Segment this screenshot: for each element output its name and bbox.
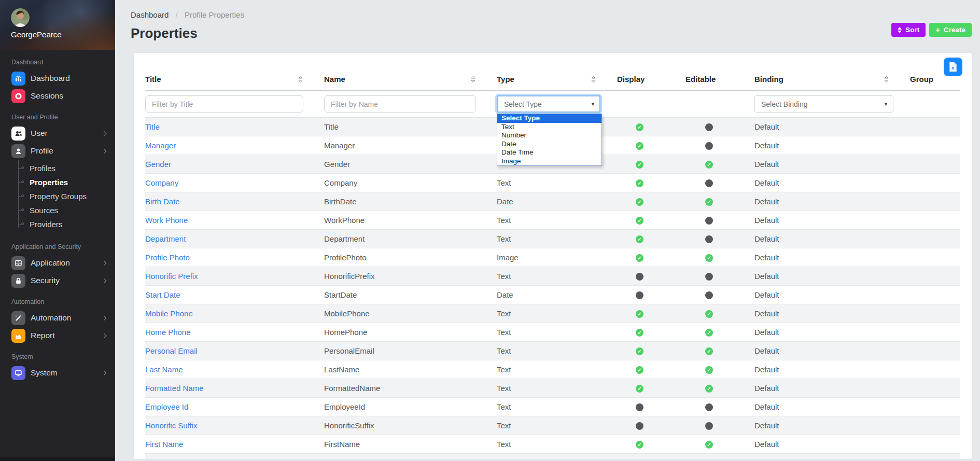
sort-carets-icon[interactable] [884, 75, 889, 83]
type-select[interactable]: Select Type ▼ [497, 95, 600, 113]
sort-carets-icon[interactable] [298, 75, 303, 83]
property-title-link[interactable]: Formatted Name [145, 384, 204, 393]
chevron-right-icon [102, 260, 107, 266]
sidebar-item-user[interactable]: User [0, 124, 115, 142]
property-name: StartDate [324, 286, 497, 304]
sort-button[interactable]: Sort [891, 23, 926, 37]
property-binding: Default [754, 360, 910, 379]
display-status-icon: ✓ [636, 329, 643, 337]
sidebar-bottom-strip [0, 457, 115, 461]
sidebar-item-dashboard[interactable]: Dashboard [0, 69, 115, 87]
type-select-value: Select Type [504, 100, 542, 108]
property-type: Text [497, 174, 617, 192]
property-binding: Default [754, 136, 910, 155]
property-title-link[interactable]: Personal Email [145, 346, 198, 355]
column-header-name[interactable]: Name [324, 53, 497, 91]
property-name: Company [324, 174, 497, 192]
property-name: MobilePhone [324, 304, 497, 323]
export-excel-button[interactable]: x [944, 58, 962, 76]
property-title-link[interactable]: Work Phone [145, 216, 188, 225]
sidebar-subitem-profiles[interactable]: Profiles [0, 161, 115, 175]
property-title-link[interactable]: Last Name [145, 365, 183, 374]
type-option-number[interactable]: Number [497, 131, 601, 140]
breadcrumb-separator: / [176, 10, 178, 19]
type-option-select-type[interactable]: Select Type [497, 114, 601, 123]
editable-status-icon [705, 403, 713, 411]
property-name: Manager [324, 136, 497, 155]
breadcrumb-dashboard[interactable]: Dashboard [131, 10, 169, 19]
column-header-display: Display [617, 53, 685, 91]
avatar[interactable] [11, 8, 30, 27]
type-option-image[interactable]: Image [497, 157, 601, 166]
sidebar-nav: Dashboard Dashboard Sessions User and Pr… [0, 59, 115, 382]
sort-carets-icon[interactable] [470, 75, 476, 83]
dashboard-icon [11, 72, 25, 86]
table-row: DepartmentDepartmentText✓Default [145, 230, 960, 248]
property-type: Image [497, 248, 617, 267]
select-caret-icon: ▼ [591, 102, 595, 107]
select-caret-icon: ▼ [884, 102, 888, 107]
property-title-link[interactable]: First Name [145, 440, 183, 449]
sidebar-item-profile[interactable]: Profile [0, 142, 115, 160]
type-option-date[interactable]: Date [497, 140, 601, 149]
sidebar-subitem-sources[interactable]: Sources [0, 203, 115, 217]
property-title-link[interactable]: Manager [145, 141, 176, 150]
table-row: Home PhoneHomePhoneText✓✓Default [145, 323, 960, 342]
property-title-link[interactable]: Company [145, 178, 178, 187]
property-title-link[interactable]: Mobile Phone [145, 309, 193, 318]
property-name: BirthDate [324, 192, 497, 211]
property-title-link[interactable]: Birth Date [145, 197, 180, 206]
type-option-date-time[interactable]: Date Time [497, 148, 601, 157]
sidebar-subitem-property-groups[interactable]: Property Groups [0, 189, 115, 203]
binding-select[interactable]: Select Binding ▼ [754, 95, 893, 113]
sidebar-subitem-properties[interactable]: Properties [0, 175, 115, 189]
sidebar-item-application[interactable]: Application [0, 254, 115, 272]
property-type: Text [497, 323, 617, 342]
sidebar-item-sessions[interactable]: Sessions [0, 87, 115, 105]
property-title-link[interactable]: Honorific Prefix [145, 272, 198, 281]
column-header-binding[interactable]: Binding [754, 53, 910, 91]
property-title-link[interactable]: Employee Id [145, 402, 188, 411]
sidebar-item-system[interactable]: System [0, 364, 115, 382]
chevron-right-icon [102, 333, 107, 338]
sort-carets-icon[interactable] [591, 75, 596, 83]
type-option-text[interactable]: Text [497, 123, 601, 132]
property-title-link[interactable]: Honorific Suffix [145, 421, 198, 430]
property-title-link[interactable]: Home Phone [145, 328, 191, 337]
property-name: WorkPhone [324, 211, 497, 230]
sidebar: GeorgePearce Dashboard Dashboard Session… [0, 0, 115, 461]
sidebar-item-security[interactable]: Security [0, 272, 115, 289]
property-title-link[interactable]: Department [145, 234, 186, 243]
subitem-label: Profiles [30, 164, 55, 173]
create-button[interactable]: + Create [929, 23, 972, 37]
property-name: FormattedName [324, 379, 497, 398]
property-group [910, 192, 960, 211]
subitem-label: Properties [30, 178, 68, 187]
property-name: HonorificSuffix [324, 416, 497, 435]
column-header-type[interactable]: Type [497, 53, 617, 91]
subitem-label: Sources [30, 206, 58, 215]
filter-name-input[interactable] [324, 95, 476, 113]
column-header-title[interactable]: Title [145, 53, 324, 91]
properties-table-panel: x Title Name Type Display Editable Bindi… [134, 53, 972, 459]
sidebar-item-automation[interactable]: Automation [0, 309, 115, 327]
property-name: HomePhone [324, 323, 497, 342]
sidebar-item-report[interactable]: Report [0, 327, 115, 344]
display-status-icon: ✓ [636, 217, 643, 225]
subitem-label: Providers [30, 220, 62, 229]
property-title-link[interactable]: Title [145, 122, 160, 131]
display-status-icon: ✓ [636, 142, 643, 150]
sidebar-subitem-providers[interactable]: Providers [0, 217, 115, 231]
tree-node-icon [21, 208, 24, 211]
users-icon [11, 127, 25, 141]
editable-status-icon: ✓ [705, 254, 713, 262]
filter-row: Select Type ▼ Select Type Text Number Da… [145, 91, 960, 118]
property-group [910, 230, 960, 248]
filter-title-input[interactable] [145, 95, 303, 113]
property-group [910, 360, 960, 379]
editable-status-icon: ✓ [705, 310, 713, 318]
property-title-link[interactable]: Profile Photo [145, 253, 190, 262]
properties-table: Title Name Type Display Editable Binding… [145, 53, 960, 459]
property-title-link[interactable]: Start Date [145, 290, 180, 299]
property-title-link[interactable]: Gender [145, 160, 171, 169]
